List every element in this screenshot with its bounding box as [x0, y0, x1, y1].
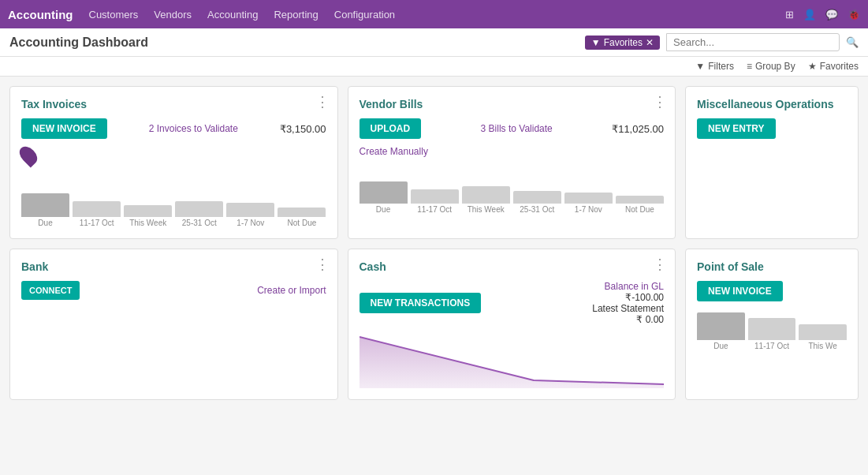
bank-card: Bank ⋮ CONNECT Create or Import View Sta…: [9, 249, 338, 400]
page-title: Accounting Dashboard: [9, 36, 148, 50]
vb-bar-due-label: Due: [376, 205, 390, 214]
pos-bar-thisweek-label: This We: [808, 342, 837, 350]
cash-menu-icon[interactable]: ⋮: [653, 257, 667, 271]
pos-bar-due-fill: [697, 312, 745, 340]
vendor-bills-validate-link[interactable]: 3 Bills to Validate: [481, 123, 553, 134]
tax-invoices-new-invoice-button[interactable]: NEW INVOICE: [21, 118, 107, 139]
pos-bar-thisweek: This We: [799, 324, 847, 350]
search-input[interactable]: [666, 33, 840, 51]
bar-oct25-fill: [175, 201, 223, 217]
cash-latest-statement-label: Latest Statement: [592, 303, 664, 314]
miscellaneous-title: Miscellaneous Operations: [697, 98, 847, 110]
vb-bar-thisweek: This Week: [462, 186, 510, 214]
cash-latest-amount: ₹ 0.00: [592, 314, 664, 325]
grid-icon[interactable]: ⊞: [785, 9, 794, 21]
vb-bar-oct25-fill: [513, 191, 561, 204]
bar-oct25: 25-31 Oct: [175, 201, 223, 227]
tax-invoices-menu-icon[interactable]: ⋮: [315, 95, 330, 109]
filters-button[interactable]: ▼ Filters: [695, 61, 734, 72]
vendor-bills-create-link[interactable]: Create Manually: [359, 146, 428, 157]
nav-accounting[interactable]: Accounting: [207, 9, 258, 21]
topbar-icons: ⊞ 👤 💬 🐞: [785, 9, 860, 21]
bank-connect-button[interactable]: CONNECT: [21, 281, 80, 300]
tax-invoices-card: Tax Invoices ⋮ NEW INVOICE 2 Invoices to…: [9, 86, 338, 239]
vendor-bills-upload-button[interactable]: UPLOAD: [359, 118, 422, 139]
cash-balance-amount: ₹-100.00: [592, 292, 664, 303]
pos-new-invoice-button[interactable]: NEW INVOICE: [697, 281, 783, 301]
bug-icon[interactable]: 🐞: [848, 9, 860, 21]
filter-bar: ▼ Filters ≡ Group By ★ Favorites: [0, 57, 868, 77]
bar-notdue-fill: [278, 208, 326, 217]
bar-due-fill: [21, 193, 69, 217]
svg-marker-0: [359, 337, 665, 388]
vb-bar-due-fill: [359, 181, 408, 204]
star-icon: ★: [808, 61, 817, 72]
vb-bar-oct25: 25-31 Oct: [513, 191, 561, 214]
search-icon[interactable]: 🔍: [846, 36, 859, 48]
cash-actions: NEW TRANSACTIONS Balance in GL ₹-100.00 …: [359, 281, 665, 325]
search-area: ▼ Favorites ✕ 🔍: [585, 33, 859, 51]
pos-bar-thisweek-fill: [799, 324, 847, 340]
vendor-bills-menu-icon[interactable]: ⋮: [653, 95, 667, 109]
vb-bar-notdue-label: Not Due: [625, 205, 654, 214]
nav-reporting[interactable]: Reporting: [274, 9, 318, 21]
bar-due: Due: [21, 193, 69, 227]
filter-funnel-icon: ▼: [695, 61, 705, 72]
tax-invoices-title: Tax Invoices: [21, 98, 326, 110]
pos-bar-due-label: Due: [713, 342, 728, 350]
favorites-close-icon[interactable]: ✕: [646, 37, 654, 48]
vb-bar-notdue-fill: [616, 196, 664, 204]
bar-thisweek: This Week: [124, 205, 172, 227]
point-of-sale-card: Point of Sale NEW INVOICE Due 11-17 Oct …: [685, 249, 859, 400]
favorites-filter-button[interactable]: ★ Favorites: [808, 61, 859, 72]
bank-title: Bank: [21, 260, 326, 273]
miscellaneous-new-entry-button[interactable]: NEW ENTRY: [697, 118, 776, 139]
topbar: Accounting Customers Vendors Accounting …: [0, 0, 868, 28]
bar-due-label: Due: [38, 219, 52, 227]
dashboard-row1: Tax Invoices ⋮ NEW INVOICE 2 Invoices to…: [0, 77, 868, 249]
bar-thisweek-fill: [124, 205, 172, 217]
cash-balance-link[interactable]: Balance in GL: [592, 281, 664, 292]
favorites-tag[interactable]: ▼ Favorites ✕: [585, 36, 660, 50]
cash-chart: [359, 333, 665, 388]
group-by-icon: ≡: [747, 61, 752, 72]
filter-icon: ▼: [591, 37, 601, 48]
pos-bar-oct11-label: 11-17 Oct: [754, 342, 789, 350]
vb-bar-thisweek-fill: [462, 186, 510, 204]
bar-nov1-label: 1-7 Nov: [237, 219, 264, 227]
bar-oct11-fill: [73, 201, 121, 217]
nav-vendors[interactable]: Vendors: [154, 9, 192, 21]
bank-menu-icon[interactable]: ⋮: [315, 257, 330, 271]
tax-invoices-validate-link[interactable]: 2 Invoices to Validate: [149, 123, 238, 134]
app-logo[interactable]: Accounting: [8, 8, 73, 21]
vb-bar-oct11: 11-17 Oct: [411, 189, 459, 214]
vb-bar-oct11-label: 11-17 Oct: [417, 205, 452, 214]
vendor-bills-title: Vendor Bills: [359, 98, 665, 110]
group-by-button[interactable]: ≡ Group By: [747, 61, 795, 72]
bar-notdue-label: Not Due: [288, 219, 317, 227]
subheader: Accounting Dashboard ▼ Favorites ✕ 🔍: [0, 28, 868, 57]
vb-bar-nov1-fill: [564, 193, 613, 204]
vb-bar-oct11-fill: [411, 189, 459, 204]
cash-card: Cash ⋮ NEW TRANSACTIONS Balance in GL ₹-…: [348, 249, 676, 400]
pos-bar-oct11-fill: [748, 318, 796, 340]
bar-oct25-label: 25-31 Oct: [182, 219, 217, 227]
nav-configuration[interactable]: Configuration: [334, 9, 395, 21]
vb-bar-notdue: Not Due: [616, 196, 664, 214]
miscellaneous-card: Miscellaneous Operations NEW ENTRY: [685, 86, 859, 239]
pos-chart: Due 11-17 Oct This We: [697, 311, 847, 350]
cash-new-transactions-button[interactable]: NEW TRANSACTIONS: [359, 293, 482, 313]
bank-create-link[interactable]: Create or Import: [257, 285, 326, 296]
vb-bar-thisweek-label: This Week: [468, 205, 505, 214]
vendor-bills-amount: ₹11,025.00: [612, 123, 664, 135]
discuss-icon[interactable]: 💬: [825, 9, 838, 21]
cash-chart-svg: [359, 333, 665, 388]
pos-bar-oct11: 11-17 Oct: [748, 318, 796, 350]
favorites-tag-label: Favorites: [604, 37, 643, 48]
top-navigation: Customers Vendors Accounting Reporting C…: [89, 9, 786, 21]
tax-invoices-amount: ₹3,150.00: [280, 123, 326, 135]
nav-customers[interactable]: Customers: [89, 9, 139, 21]
cash-title: Cash: [359, 260, 665, 273]
tax-invoices-chart: Due 11-17 Oct This Week 25-31 Oct 1-7 No…: [21, 180, 326, 227]
user-icon[interactable]: 👤: [803, 9, 816, 21]
